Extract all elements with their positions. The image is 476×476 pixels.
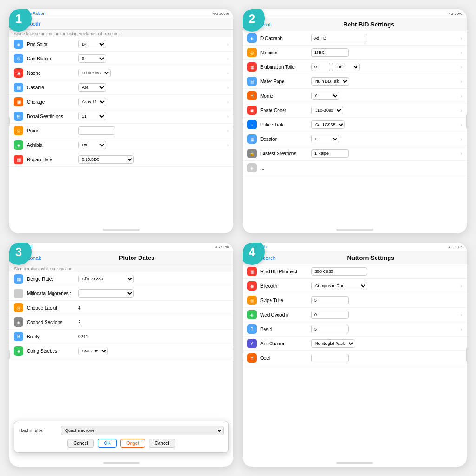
row-select[interactable]: A80 G95 <box>78 347 108 355</box>
table-row: ◎Prane› <box>9 124 233 138</box>
chevron-icon: › <box>461 36 462 41</box>
row-icon: ◉ <box>247 281 257 291</box>
row-select[interactable]: 1000.f98S <box>78 69 111 77</box>
row-input[interactable] <box>311 325 349 333</box>
chevron-icon: › <box>227 56 229 61</box>
row-value: 0.10.BD5 <box>78 155 229 164</box>
device-screen-2: rd Gernh 4G 50% < rd Gernh Beht BID Sett… <box>243 9 467 226</box>
dialog-ongel-btn[interactable]: Ongel <box>120 439 145 448</box>
row-select[interactable]: Composbé Dart <box>311 282 367 290</box>
row-select[interactable]: 11 <box>78 112 106 120</box>
row-value: Composbé Dart <box>311 282 461 290</box>
row-icon <box>14 289 23 298</box>
dialog-select[interactable]: Quect srectione <box>61 426 224 435</box>
row-value <box>311 325 461 333</box>
table-row: ◈Prm SolorB4› <box>9 37 233 52</box>
row-icon: ▦ <box>14 83 23 92</box>
row-input[interactable] <box>311 354 349 362</box>
row-select[interactable]: R9 <box>78 141 106 149</box>
row-icon: ◈ <box>247 163 257 172</box>
nav-bar-1: < Bluetooth <box>9 18 233 30</box>
home-indicator-1 <box>103 229 140 231</box>
row-select[interactable]: 310-B090 <box>311 106 343 114</box>
row-icon: ▦ <box>14 274 23 284</box>
table-row: ▦Denge Rate:Aff6.20.380 <box>9 272 233 286</box>
row-input[interactable] <box>311 63 330 71</box>
dialog-box: Bachn bitle: Quect srectione Cancel OK O… <box>14 421 229 453</box>
row-select[interactable]: B4 <box>78 40 106 48</box>
row-value: 2 <box>78 320 229 325</box>
dialog-field-label: Bachn bitle: <box>19 428 61 433</box>
status-bar-2: rd Gernh 4G 50% <box>243 9 467 18</box>
row-value <box>311 311 461 319</box>
nav-bar-2: < rd Gernh Beht BID Settings <box>243 18 467 31</box>
row-select[interactable]: 0.10.BD5 <box>78 155 134 164</box>
row-select[interactable]: Asny 11 <box>78 98 106 106</box>
row-select[interactable]: Nulh BD Talk <box>311 77 349 86</box>
dialog-cancel-btn-2[interactable]: Cancel <box>149 439 175 448</box>
row-label: Boliity <box>27 334 78 339</box>
chevron-icon: › <box>227 143 229 148</box>
row-input[interactable] <box>311 296 349 304</box>
row-value: 4 <box>78 305 229 311</box>
nav-bar-3: < Bluetonalt Plutor Dates <box>9 251 233 264</box>
row-select[interactable]: Cald C9S5 <box>311 120 345 129</box>
row-icon: ◉ <box>247 106 257 115</box>
row-icon: ◎ <box>247 296 257 305</box>
row-label: Cherage <box>27 99 78 105</box>
chevron-icon: › <box>227 99 229 105</box>
row-select[interactable]: Aff6.20.380 <box>78 275 134 283</box>
table-row: ◎Svipe Tulie <box>243 293 467 308</box>
row-label: Prane <box>27 128 78 133</box>
row-label: Bobal Seettlnings <box>27 114 78 119</box>
row-value <box>311 34 461 42</box>
row-text-value: 4 <box>78 305 81 311</box>
table-row: ◈Wed Cyoochi› <box>243 308 467 322</box>
chevron-icon: › <box>461 50 462 55</box>
row-value: Cald C9S5 <box>311 120 461 129</box>
row-input[interactable] <box>311 34 367 42</box>
row-input[interactable] <box>311 149 349 158</box>
row-input[interactable] <box>78 126 115 135</box>
dialog-label-row: Bachn bitle: Quect srectione <box>19 426 224 435</box>
row-select[interactable]: 0 <box>311 92 339 100</box>
row-value <box>311 48 461 57</box>
row-label: Coing Stsebes <box>27 349 78 354</box>
row-label: Ropaiic Tale <box>27 157 78 162</box>
status-right-2: 4G 50% <box>449 12 462 16</box>
row-text-value: 0211 <box>78 334 88 339</box>
row-label: ... <box>260 165 311 171</box>
row-select[interactable]: 9 <box>78 54 106 63</box>
row-label: Can Blation <box>27 56 78 61</box>
row-input[interactable] <box>311 311 349 319</box>
sub-title-3: Stan iteration avhite cokenation <box>9 264 233 272</box>
chevron-icon: › <box>227 128 229 133</box>
row-extra-select[interactable]: Toer <box>332 63 360 71</box>
status-bar-1: Bluetooth Falcon 4G 100% <box>9 9 233 18</box>
dialog-cancel-btn-1[interactable]: Cancel <box>67 439 94 448</box>
chevron-icon: › <box>461 327 462 332</box>
row-select[interactable] <box>78 289 134 298</box>
row-icon: ◈ <box>14 140 23 150</box>
table-row: ⊞Bobal Seettlnings11› <box>9 109 233 124</box>
row-label: Blleooth <box>260 284 311 289</box>
row-value: No ntogle! Pacls <box>311 339 462 348</box>
row-input[interactable] <box>311 267 367 276</box>
status-bar-3: Bluetonalt 4G 90% <box>9 243 233 251</box>
side-button-right-3 <box>233 348 233 362</box>
settings-list-1: ◈Prm SolorB4›⊕Can Blation9›◉Naone1000.f9… <box>9 37 233 226</box>
row-select[interactable]: No ntogle! Pacls <box>311 339 355 348</box>
row-icon: ⊞ <box>14 112 23 121</box>
row-value: 9 <box>78 54 227 63</box>
row-input[interactable] <box>311 48 349 57</box>
chevron-icon: › <box>227 114 229 119</box>
row-icon: ▣ <box>14 97 23 106</box>
dialog-ok-btn[interactable]: OK <box>98 439 116 448</box>
row-select[interactable]: Abf <box>78 83 106 92</box>
row-icon: ◈ <box>14 317 23 327</box>
row-label: Palice Trale <box>260 122 311 127</box>
row-label: Casabie <box>27 85 78 90</box>
table-row: ◉Poate Coner310-B090› <box>243 103 467 118</box>
row-select[interactable]: 0 <box>311 135 339 143</box>
nav-title-3: Plutor Dates <box>45 254 229 261</box>
